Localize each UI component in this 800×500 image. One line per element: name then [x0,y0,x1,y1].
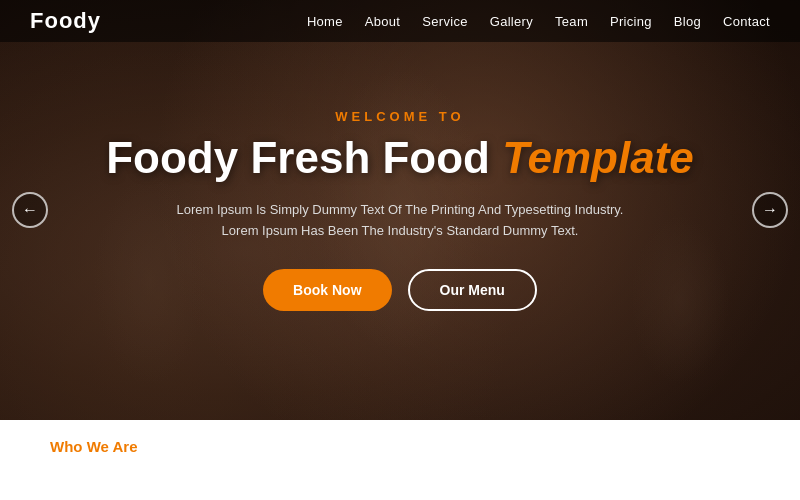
hero-subtitle: WELCOME TO [106,109,694,124]
below-hero-section: Who We Are [0,420,800,500]
nav-link-contact[interactable]: Contact [723,14,770,29]
hero-title-highlight: Template [502,133,694,182]
nav-link-service[interactable]: Service [422,14,467,29]
nav-link-pricing[interactable]: Pricing [610,14,652,29]
prev-arrow-button[interactable]: ← [12,192,48,228]
nav-item-home: Home [307,12,343,30]
nav-links: HomeAboutServiceGalleryTeamPricingBlogCo… [307,12,770,30]
hero-buttons: Book Now Our Menu [106,269,694,311]
our-menu-button[interactable]: Our Menu [408,269,537,311]
book-now-button[interactable]: Book Now [263,269,391,311]
nav-link-about[interactable]: About [365,14,400,29]
nav-item-service: Service [422,12,467,30]
nav-link-team[interactable]: Team [555,14,588,29]
nav-item-gallery: Gallery [490,12,533,30]
hero-section: ← WELCOME TO Foody Fresh Food Template L… [0,0,800,420]
next-arrow-button[interactable]: → [752,192,788,228]
nav-link-gallery[interactable]: Gallery [490,14,533,29]
navbar: Foody HomeAboutServiceGalleryTeamPricing… [0,0,800,42]
who-we-are-label: Who We Are [50,438,138,455]
hero-title: Foody Fresh Food Template [106,134,694,182]
nav-item-contact: Contact [723,12,770,30]
nav-link-blog[interactable]: Blog [674,14,701,29]
brand-logo[interactable]: Foody [30,8,101,34]
nav-item-pricing: Pricing [610,12,652,30]
hero-title-main: Foody Fresh Food [106,133,502,182]
hero-content: WELCOME TO Foody Fresh Food Template Lor… [86,109,714,312]
hero-description: Lorem Ipsum Is Simply Dummy Text Of The … [160,200,640,242]
nav-item-blog: Blog [674,12,701,30]
nav-link-home[interactable]: Home [307,14,343,29]
nav-item-about: About [365,12,400,30]
nav-item-team: Team [555,12,588,30]
